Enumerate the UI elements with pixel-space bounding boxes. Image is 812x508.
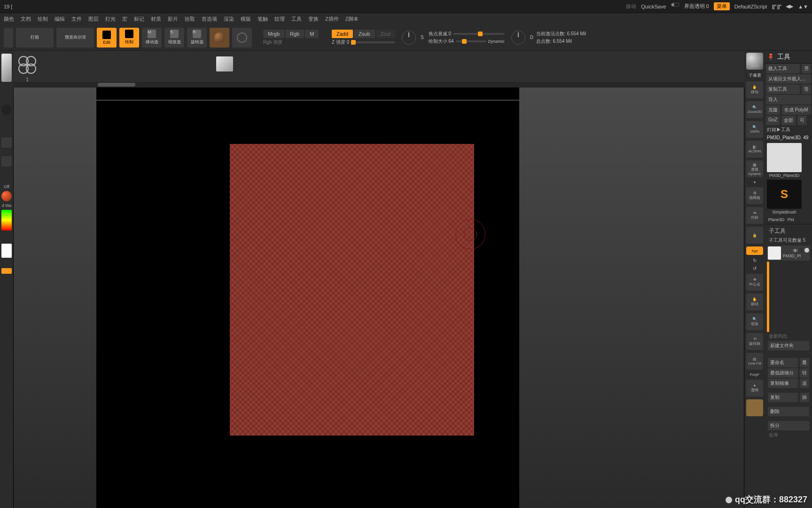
floor-button[interactable]: ⊞地网格 bbox=[746, 187, 763, 204]
transp-button[interactable]: ●透明 bbox=[746, 380, 763, 397]
edit-mode-button[interactable]: Edit bbox=[97, 28, 117, 48]
quicksave-button[interactable]: QuickSave bbox=[641, 4, 666, 9]
current-color[interactable] bbox=[1, 244, 12, 258]
vis-b[interactable] bbox=[804, 248, 809, 253]
linefill-button[interactable]: ▤Line Fill bbox=[746, 353, 763, 370]
alpha-preview[interactable] bbox=[16, 54, 39, 76]
half-button[interactable]: ◧AC50% bbox=[746, 141, 763, 158]
duplicate-button[interactable]: 复制 bbox=[768, 393, 798, 402]
rgb-mode[interactable]: Rgb bbox=[285, 30, 304, 38]
menu-texture[interactable]: 纹理 bbox=[274, 16, 285, 23]
goz-visible-button[interactable]: 可 bbox=[797, 116, 807, 125]
stroke-thumb[interactable] bbox=[1, 137, 12, 148]
menu-render[interactable]: 渲染 bbox=[224, 16, 234, 23]
menu-zscript[interactable]: Z脚本 bbox=[345, 16, 359, 23]
zcut-mode[interactable]: Zcut bbox=[376, 30, 395, 38]
color-picker[interactable] bbox=[1, 210, 12, 230]
new-folder-button[interactable]: 新建文件夹 bbox=[768, 341, 809, 350]
split-button[interactable]: 拆分 bbox=[768, 421, 809, 430]
default-zscript[interactable]: DefaultZScript bbox=[734, 4, 767, 9]
sculptris-button[interactable] bbox=[232, 28, 252, 48]
duplicate2-button[interactable]: 插 bbox=[800, 393, 809, 402]
dot-icon[interactable] bbox=[1, 104, 12, 115]
draw-size-slider[interactable] bbox=[456, 40, 486, 42]
subtool-scroll[interactable] bbox=[767, 262, 769, 332]
doc-scrollbar-h[interactable] bbox=[13, 82, 744, 87]
bpr-button[interactable]: BPR bbox=[746, 53, 763, 70]
delete-button[interactable]: 删除 bbox=[768, 407, 809, 416]
lightbox-tool[interactable]: 灯箱▶工具 bbox=[765, 126, 812, 134]
menu-movie[interactable]: 影片 bbox=[168, 16, 178, 23]
menu-preferences[interactable]: 首选项 bbox=[202, 16, 217, 23]
save-as-button[interactable]: 另 bbox=[802, 64, 811, 73]
menu-zplugin[interactable]: Z插件 bbox=[325, 16, 339, 23]
ui-transparency[interactable]: 界面透明 0 bbox=[684, 3, 709, 10]
persp-button[interactable]: ▦透视Dynamic bbox=[746, 160, 763, 177]
eye-icon[interactable]: 👁 bbox=[793, 248, 798, 254]
rotate-mode-button[interactable]: R旋转选 bbox=[187, 28, 207, 48]
menu-marker[interactable]: 标记 bbox=[134, 16, 144, 23]
canvas[interactable] bbox=[13, 87, 744, 508]
dynamic-toggle[interactable]: Dynamic bbox=[488, 39, 505, 44]
pin-icon[interactable]: 📌 bbox=[766, 52, 776, 62]
menu-stroke[interactable]: 笔触 bbox=[258, 16, 268, 23]
zsub-mode[interactable]: Zsub bbox=[354, 30, 375, 38]
lowres2-button[interactable]: 转 bbox=[800, 368, 809, 378]
zadd-mode[interactable]: Zadd bbox=[332, 30, 353, 38]
shelf-empty[interactable] bbox=[4, 28, 13, 48]
draw-mode-button[interactable]: 绘制 bbox=[119, 28, 139, 48]
material-sphere[interactable] bbox=[1, 191, 12, 201]
goz-button[interactable]: GoZ bbox=[766, 116, 780, 125]
xyz-button[interactable]: Xyz bbox=[746, 246, 763, 255]
lightbox-button[interactable]: 灯箱 bbox=[16, 28, 54, 48]
rot-x-icon[interactable]: ↻ bbox=[753, 258, 757, 263]
brush-thumb[interactable] bbox=[1, 54, 12, 82]
polyf-label[interactable]: PolyF bbox=[750, 373, 759, 377]
subtool-item[interactable]: 👁 PM3D_Pl bbox=[767, 246, 810, 261]
menu-file[interactable]: 文件 bbox=[71, 16, 82, 23]
expand-icon[interactable]: ▾ bbox=[754, 180, 756, 184]
arrow-up-icon[interactable]: ▲▼ bbox=[798, 4, 808, 9]
stroke-dial-d[interactable] bbox=[511, 31, 525, 45]
ghost-button[interactable] bbox=[746, 399, 763, 416]
menu-macro[interactable]: 宏 bbox=[122, 16, 127, 23]
menu-draw[interactable]: 绘制 bbox=[38, 16, 48, 23]
goz-all-button[interactable]: 全部 bbox=[781, 116, 796, 125]
menu-picker[interactable]: 拾取 bbox=[185, 16, 195, 23]
subtool-header[interactable]: 子工具 bbox=[767, 226, 810, 236]
stroke-dial-s[interactable] bbox=[402, 31, 416, 45]
menu-material[interactable]: 材质 bbox=[151, 16, 161, 23]
dup-mirror-button[interactable]: 复制镜像 bbox=[768, 379, 798, 388]
copy-tool-button[interactable]: 复制工具 bbox=[766, 85, 800, 94]
tool-thumb-plane[interactable]: Plane3D bbox=[767, 216, 786, 222]
menu-document[interactable]: 文档 bbox=[21, 16, 31, 23]
rot-y-icon[interactable]: ↺ bbox=[753, 266, 757, 271]
switch-color[interactable] bbox=[1, 268, 12, 274]
tool-thumb-current[interactable]: PM3D_Plane3D bbox=[767, 143, 802, 178]
export-button[interactable]: 导 bbox=[802, 85, 811, 94]
menu-stencil[interactable]: 模版 bbox=[241, 16, 251, 23]
z-intensity-slider[interactable] bbox=[351, 41, 395, 43]
load-from-project-button[interactable]: 从项目文件载入工具 bbox=[766, 74, 811, 84]
lowres-button[interactable]: 最低级细分 bbox=[768, 368, 798, 378]
lock-button[interactable]: 🔒 bbox=[746, 227, 763, 244]
rotcam-button[interactable]: ⟲旋转轴 bbox=[746, 333, 763, 350]
quicksave-toggle-icon[interactable] bbox=[671, 3, 679, 7]
subpix-label[interactable]: 子像素 bbox=[749, 72, 761, 79]
mrgb-mode[interactable]: Mrgb bbox=[263, 30, 284, 38]
movecam-button[interactable]: ✋移动 bbox=[746, 294, 763, 310]
menu-edit[interactable]: 编辑 bbox=[55, 16, 65, 23]
move-mode-button[interactable]: M移动选 bbox=[142, 28, 162, 48]
move-canvas-button[interactable]: ✋移动 bbox=[746, 81, 763, 98]
arrow-left-icon[interactable]: ◀▶ bbox=[786, 3, 793, 9]
fit-button[interactable]: 🔍100% bbox=[746, 121, 763, 138]
dup-mirror2-button[interactable]: 追 bbox=[800, 379, 809, 388]
menu-layer[interactable]: 图层 bbox=[88, 16, 99, 23]
list-all[interactable]: 全部列出 bbox=[767, 332, 810, 341]
sym-button[interactable]: ⇋对称 bbox=[746, 207, 763, 224]
menu-transform[interactable]: 变换 bbox=[308, 16, 319, 23]
import-button[interactable]: 导入 bbox=[766, 95, 811, 104]
rename-button[interactable]: 重命名 bbox=[768, 358, 798, 367]
clone-button[interactable]: 克隆 bbox=[766, 105, 780, 115]
gizmo-button[interactable] bbox=[210, 28, 229, 48]
